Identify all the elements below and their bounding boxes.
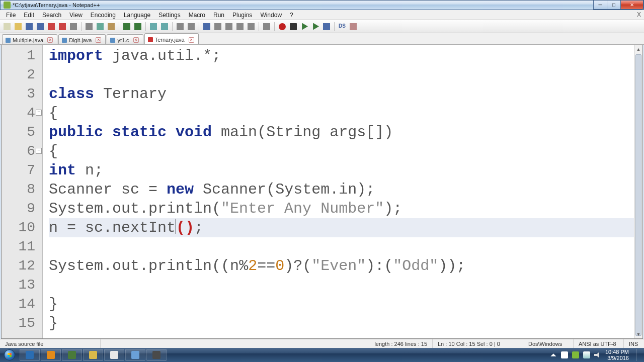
toolbar-ds-button[interactable]: DS: [337, 22, 347, 32]
wrap-icon: [203, 23, 210, 30]
system-tray: 10:48 PM 3/9/2016: [546, 349, 644, 361]
menu-language[interactable]: Language: [120, 11, 154, 20]
taskbar-app-2[interactable]: [62, 349, 82, 361]
tab-close-icon[interactable]: ×: [47, 37, 53, 43]
tray-network-icon[interactable]: [583, 351, 590, 358]
scrollbar-thumb[interactable]: [635, 54, 641, 336]
code-line-14[interactable]: }: [49, 295, 634, 314]
toolbar-zoom-out-button[interactable]: [186, 22, 196, 32]
toolbar-replace-button[interactable]: [159, 22, 170, 32]
tray-clock[interactable]: 10:48 PM 3/9/2016: [605, 349, 629, 361]
taskbar-app-icon: [47, 351, 55, 359]
code-line-9[interactable]: System.out.println("Enter Any Number");: [49, 199, 634, 218]
code-line-1[interactable]: import java.util.*;: [49, 46, 634, 65]
code-area[interactable]: import java.util.*;class Ternary{public …: [43, 45, 634, 338]
ds-icon: DS: [339, 23, 346, 30]
taskbar-app-6[interactable]: [146, 349, 167, 361]
status-insert-mode: INS: [624, 339, 644, 348]
menu-view[interactable]: View: [65, 11, 87, 20]
code-line-4[interactable]: {: [49, 104, 634, 123]
taskbar-app-icon: [26, 351, 34, 359]
close-button[interactable]: ✕: [620, 1, 643, 10]
tab-close-icon[interactable]: ×: [189, 37, 194, 43]
menu-encoding[interactable]: Encoding: [87, 11, 120, 20]
code-line-7[interactable]: int n;: [49, 161, 634, 180]
toolbar-paste-button[interactable]: [106, 22, 116, 32]
taskbar-app-1[interactable]: [41, 349, 61, 361]
toolbar-copy-button[interactable]: [95, 22, 105, 32]
toolbar-redo-button[interactable]: [133, 22, 143, 32]
line-number: 11: [2, 237, 42, 256]
toolbar-save-button[interactable]: [24, 22, 34, 32]
toolbar-indent-button[interactable]: [224, 22, 234, 32]
code-line-3[interactable]: class Ternary: [49, 84, 634, 104]
taskbar-app-0[interactable]: [20, 349, 40, 361]
tray-volume-icon[interactable]: [594, 351, 601, 358]
toolbar-play-button[interactable]: [299, 22, 309, 32]
taskbar-app-3[interactable]: [83, 349, 103, 361]
maximize-button[interactable]: □: [607, 1, 621, 10]
menu-edit[interactable]: Edit: [20, 11, 38, 20]
toolbar-stop-button[interactable]: [288, 22, 298, 32]
scroll-up-arrow[interactable]: ▲: [634, 45, 642, 53]
tab-multiple-java[interactable]: Multiple.java×: [2, 34, 57, 44]
code-line-12[interactable]: System.out.println((n%2==0)?("Even"):("O…: [49, 256, 634, 276]
tab-ternary-java[interactable]: Ternary.java×: [144, 33, 199, 44]
toolbar-wrap-button[interactable]: [202, 22, 212, 32]
toolbar-hidden-button[interactable]: [262, 22, 272, 32]
menu-file[interactable]: File: [2, 11, 20, 20]
tab-bar: Multiple.java×Digit.java×yt1.c×Ternary.j…: [0, 33, 644, 45]
code-line-10[interactable]: n = sc.nextInt();: [49, 218, 634, 237]
toolbar-cut-button[interactable]: [84, 22, 94, 32]
menu-run[interactable]: Run: [209, 11, 228, 20]
tray-safearrow-icon[interactable]: [572, 351, 579, 358]
vertical-scrollbar[interactable]: ▲ ▼: [634, 45, 642, 338]
toolbar-save-macro-button[interactable]: [321, 22, 332, 32]
toolbar-separator: [119, 22, 119, 31]
toolbar-unfold-button[interactable]: [246, 22, 256, 32]
menu-plugins[interactable]: Plugins: [228, 11, 256, 20]
taskbar-app-5[interactable]: [125, 349, 145, 361]
show-desktop-button[interactable]: [636, 349, 640, 361]
toolbar-compare-button[interactable]: [348, 22, 358, 32]
code-line-2[interactable]: [49, 65, 634, 84]
menu-settings[interactable]: Settings: [154, 11, 184, 20]
tab-yt1-c[interactable]: yt1.c×: [107, 34, 143, 44]
taskbar-app-4[interactable]: [104, 349, 124, 361]
tray-flag-icon[interactable]: [561, 351, 568, 358]
scroll-down-arrow[interactable]: ▼: [634, 330, 642, 338]
menu-help[interactable]: ?: [286, 11, 297, 20]
tray-arrow-icon[interactable]: [550, 351, 557, 358]
toolbar-open-button[interactable]: [13, 22, 23, 32]
toolbar-new-button[interactable]: [2, 22, 12, 32]
toolbar-close-button[interactable]: [46, 22, 56, 32]
save-macro-icon: [323, 23, 330, 30]
menu-window[interactable]: Window: [256, 11, 286, 20]
toolbar-close-all-button[interactable]: [57, 22, 67, 32]
code-line-6[interactable]: {: [49, 142, 634, 161]
code-line-8[interactable]: Scanner sc = new Scanner(System.in);: [49, 180, 634, 199]
toolbar-save-all-button[interactable]: [35, 22, 45, 32]
start-button[interactable]: [0, 348, 19, 362]
code-line-5[interactable]: public static void main(String args[]): [49, 123, 634, 142]
toolbar-all-chars-button[interactable]: [213, 22, 223, 32]
minimize-button[interactable]: ─: [593, 1, 607, 10]
tab-digit-java[interactable]: Digit.java×: [58, 34, 106, 44]
toolbar-find-button[interactable]: [148, 22, 158, 32]
menubar-close-x[interactable]: X: [637, 11, 641, 18]
menu-macro[interactable]: Macro: [185, 11, 209, 20]
menu-search[interactable]: Search: [38, 11, 65, 20]
tab-close-icon[interactable]: ×: [96, 37, 101, 43]
compare-icon: [350, 23, 357, 30]
tab-close-icon[interactable]: ×: [133, 37, 139, 43]
code-line-15[interactable]: }: [49, 314, 634, 333]
toolbar-separator: [334, 22, 335, 31]
code-line-13[interactable]: [49, 276, 634, 295]
toolbar-play-multi-button[interactable]: [310, 22, 320, 32]
code-line-11[interactable]: [49, 237, 634, 256]
toolbar-print-button[interactable]: [68, 22, 78, 32]
toolbar-zoom-in-button[interactable]: [175, 22, 185, 32]
toolbar-fold-button[interactable]: [235, 22, 245, 32]
toolbar-record-button[interactable]: [277, 22, 287, 32]
toolbar-undo-button[interactable]: [122, 22, 132, 32]
